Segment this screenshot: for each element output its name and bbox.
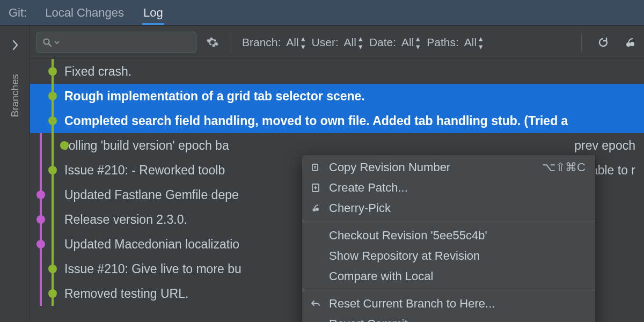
sort-arrows-icon: ▴▾ <box>358 34 361 50</box>
commit-graph <box>30 182 64 207</box>
sort-arrows-icon: ▴▾ <box>479 34 481 50</box>
search-icon <box>42 38 52 47</box>
branches-tab[interactable]: Branches <box>9 74 21 117</box>
filter-date-value: All <box>401 36 414 49</box>
menu-item-label: Create Patch... <box>329 181 408 195</box>
commit-graph <box>30 207 64 232</box>
context-menu: Copy Revision Number⌥⇧⌘CCreate Patch...C… <box>302 155 596 322</box>
commit-message: rolling 'build version' epoch ba <box>64 138 229 153</box>
menu-separator <box>302 222 595 222</box>
svg-point-2 <box>626 42 631 47</box>
menu-item[interactable]: Reset Current Branch to Here... <box>302 294 595 314</box>
svg-point-10 <box>313 208 316 211</box>
commit-message: Completed search field handling, moved t… <box>64 114 568 128</box>
menu-item[interactable]: Cherry-Pick <box>302 198 595 218</box>
commit-message: Issue #210: Give live to more bu <box>64 262 241 276</box>
commit-graph <box>30 232 64 257</box>
commit-graph <box>30 108 64 133</box>
commit-graph <box>30 257 64 281</box>
commit-message: Updated Fastlane Gemfile depe <box>64 188 239 202</box>
undo-icon <box>310 299 321 309</box>
filter-date[interactable]: Date: All ▴▾ <box>369 34 418 50</box>
commit-graph <box>30 158 64 182</box>
commit-graph <box>30 281 64 306</box>
menu-item-label: Compare with Local <box>329 269 433 283</box>
header-title: Git: <box>9 6 27 20</box>
sidebar: Branches <box>0 26 30 322</box>
menu-item-label: Show Repository at Revision <box>329 249 480 263</box>
filter-paths[interactable]: Paths: All ▴▾ <box>427 34 481 50</box>
menu-item[interactable]: Copy Revision Number⌥⇧⌘C <box>302 157 595 178</box>
filter-date-label: Date: <box>369 36 396 49</box>
filter-paths-label: Paths: <box>427 36 459 49</box>
search-dropdown-icon[interactable] <box>54 40 60 45</box>
separator <box>581 33 582 52</box>
search-field[interactable] <box>62 36 191 48</box>
filter-user-value: All <box>344 36 356 49</box>
sort-arrows-icon: ▴▾ <box>416 34 418 50</box>
copy-icon <box>310 163 321 172</box>
filter-user-label: User: <box>312 36 339 49</box>
commit-graph <box>30 59 64 84</box>
commit-graph <box>30 84 64 108</box>
menu-item-label: Cherry-Pick <box>329 201 391 215</box>
filter-paths-value: All <box>464 36 477 49</box>
menu-item-label: Checkout Revision '5ee55c4b' <box>329 229 487 243</box>
tab-local-changes[interactable]: Local Changes <box>44 1 125 25</box>
menu-separator <box>302 290 595 290</box>
commit-message: Fixed crash. <box>64 64 131 79</box>
svg-point-11 <box>316 208 319 211</box>
tab-log[interactable]: Log <box>142 1 164 25</box>
commit-row[interactable]: Fixed crash. <box>30 59 644 84</box>
commit-message: Updated Macedonian localizatio <box>64 237 239 252</box>
gear-icon[interactable] <box>205 35 220 50</box>
menu-item[interactable]: Compare with Local <box>302 266 595 287</box>
expand-sidebar-icon[interactable] <box>8 38 23 53</box>
cherry-icon <box>310 203 321 213</box>
log-toolbar: Branch: All ▴▾ User: All ▴▾ Date: All ▴▾… <box>30 26 644 59</box>
svg-rect-4 <box>312 164 318 171</box>
filter-branch-value: All <box>286 36 298 49</box>
commit-graph <box>30 133 64 158</box>
patch-icon <box>310 183 321 193</box>
menu-item[interactable]: Checkout Revision '5ee55c4b' <box>302 225 595 246</box>
menu-shortcut: ⌥⇧⌘C <box>542 160 586 174</box>
sort-arrows-icon: ▴▾ <box>301 34 303 50</box>
commit-message-tail: prev epoch <box>574 138 644 153</box>
filter-branch-label: Branch: <box>242 36 281 49</box>
commit-message: Removed testing URL. <box>64 287 188 301</box>
menu-item-label: Copy Revision Number <box>329 160 450 174</box>
commit-message: Release version 2.3.0. <box>64 213 187 227</box>
commit-row[interactable]: Completed search field handling, moved t… <box>30 108 644 133</box>
filter-user[interactable]: User: All ▴▾ <box>312 34 361 50</box>
separator <box>231 33 231 52</box>
search-input[interactable] <box>36 32 196 53</box>
menu-item[interactable]: Show Repository at Revision <box>302 246 595 266</box>
vcs-header: Git: Local Changes Log <box>0 0 644 26</box>
menu-item[interactable]: Create Patch... <box>302 178 595 198</box>
refresh-icon[interactable] <box>596 35 611 50</box>
menu-item[interactable]: Revert Commit <box>302 314 595 322</box>
commit-message: Issue #210: - Reworked toolb <box>64 163 225 178</box>
svg-line-1 <box>49 43 52 46</box>
commit-row[interactable]: Rough implementation of a grid tab selec… <box>30 84 644 108</box>
menu-item-label: Reset Current Branch to Here... <box>329 297 495 311</box>
filter-branch[interactable]: Branch: All ▴▾ <box>242 34 303 50</box>
menu-item-label: Revert Commit <box>329 317 408 322</box>
commit-message: Rough implementation of a grid tab selec… <box>64 89 365 104</box>
svg-point-3 <box>630 42 634 46</box>
cherry-pick-icon[interactable] <box>623 35 638 50</box>
